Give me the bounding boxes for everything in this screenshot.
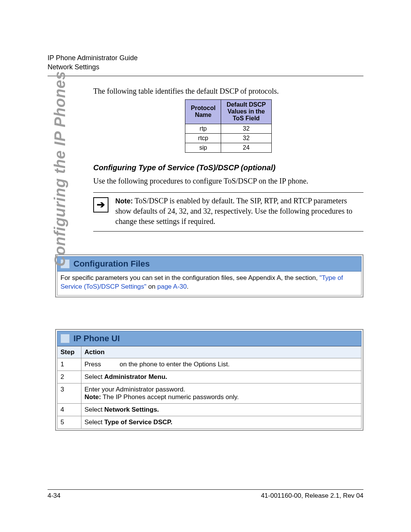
- doc-revision: 41-001160-00, Release 2.1, Rev 04: [261, 492, 363, 500]
- dscp-cell: sip: [185, 143, 221, 152]
- action-note: Note: The IP Phones accept numeric passw…: [84, 393, 358, 401]
- config-text-post: .: [187, 283, 189, 290]
- action-pre: Select: [84, 406, 104, 413]
- config-text-pre: For specific parameters you can set in t…: [61, 274, 319, 281]
- action-note-text: The IP Phones accept numeric passwords o…: [101, 393, 239, 401]
- step-action: Press on the phone to enter the Options …: [81, 358, 362, 371]
- note-callout: ➔ Note: ToS/DSCP is enabled by default. …: [93, 192, 363, 232]
- steps-th-step: Step: [57, 346, 81, 358]
- header-line-2: Network Settings: [48, 62, 363, 72]
- step-action: Enter your Administrator password. Note:…: [81, 383, 362, 403]
- page-number: 4-34: [48, 492, 61, 500]
- table-row: 1 Press on the phone to enter the Option…: [57, 358, 362, 371]
- step-number: 4: [57, 403, 81, 416]
- table-row: sip 24: [185, 143, 271, 152]
- link-page-a30[interactable]: page A-30: [157, 283, 187, 290]
- table-row: rtp 32: [185, 124, 271, 133]
- step-number: 1: [57, 358, 81, 371]
- running-header: IP Phone Administrator Guide Network Set…: [48, 53, 363, 72]
- action-bold: Network Settings.: [104, 406, 159, 413]
- dscp-defaults-table: ProtocolName Default DSCPValues in theTo…: [185, 99, 271, 153]
- steps-table: Step Action 1 Press on the phone to ente…: [57, 346, 362, 429]
- dscp-cell: 24: [221, 143, 271, 152]
- table-row: 3 Enter your Administrator password. Not…: [57, 383, 362, 403]
- action-pre: Press: [84, 361, 101, 368]
- panel-titlebar: Configuration Files: [57, 256, 362, 272]
- steps-th-action: Action: [81, 346, 362, 358]
- panel-square-icon: [61, 334, 70, 343]
- note-text: Note: ToS/DSCP is enabled by default. Th…: [115, 196, 363, 227]
- table-row: 5 Select Type of Service DSCP.: [57, 416, 362, 428]
- action-post: on the phone to enter the Options List.: [118, 361, 229, 368]
- configuration-files-panel: Configuration Files For specific paramet…: [55, 254, 363, 297]
- page-footer: 4-34 41-001160-00, Release 2.1, Rev 04: [48, 489, 363, 500]
- header-rule: [48, 76, 363, 76]
- side-chapter-label: Configuring the IP Phones: [51, 71, 68, 267]
- panel-title: Configuration Files: [73, 259, 150, 269]
- action-pre: Select: [84, 419, 104, 426]
- note-body: ToS/DSCP is enabled by default. The SIP,…: [115, 197, 352, 225]
- dscp-th-protocol: ProtocolName: [185, 99, 221, 124]
- step-number: 2: [57, 371, 81, 383]
- step-number: 5: [57, 416, 81, 428]
- dscp-cell: 32: [221, 133, 271, 143]
- panel-titlebar: IP Phone UI: [57, 331, 362, 346]
- panel-body: For specific parameters you can set in t…: [57, 272, 362, 296]
- dscp-th-values: Default DSCPValues in theToS Field: [221, 99, 271, 124]
- note-label: Note:: [115, 197, 133, 205]
- table-row: 4 Select Network Settings.: [57, 403, 362, 416]
- document-page: IP Phone Administrator Guide Network Set…: [0, 0, 411, 532]
- step-action: Select Type of Service DSCP.: [81, 416, 362, 428]
- table-row: 2 Select Administrator Menu.: [57, 371, 362, 383]
- action-note-label: Note:: [84, 393, 101, 401]
- dscp-cell: rtcp: [185, 133, 221, 143]
- dscp-cell: rtp: [185, 124, 221, 133]
- footer-rule: [48, 489, 363, 490]
- action-pre: Select: [84, 373, 104, 380]
- intro-paragraph: The following table identifies the defau…: [93, 87, 363, 96]
- dscp-cell: 32: [221, 124, 271, 133]
- arrow-right-icon: ➔: [93, 197, 108, 212]
- step-action: Select Administrator Menu.: [81, 371, 362, 383]
- step-number: 3: [57, 383, 81, 403]
- action-bold: Administrator Menu.: [104, 373, 167, 380]
- table-row: rtcp 32: [185, 133, 271, 143]
- action-line: Enter your Administrator password.: [84, 386, 358, 393]
- header-line-1: IP Phone Administrator Guide: [48, 53, 363, 62]
- config-text-mid: on: [147, 283, 157, 290]
- subheading: Configuring Type of Service (ToS)/DSCP (…: [93, 163, 363, 172]
- panel-title: IP Phone UI: [73, 334, 120, 343]
- main-content: The following table identifies the defau…: [93, 87, 363, 232]
- ip-phone-ui-panel: IP Phone UI Step Action 1 Press on the p…: [55, 329, 363, 431]
- body-paragraph: Use the following procedures to configur…: [93, 177, 363, 185]
- action-bold: Type of Service DSCP.: [104, 419, 172, 426]
- step-action: Select Network Settings.: [81, 403, 362, 416]
